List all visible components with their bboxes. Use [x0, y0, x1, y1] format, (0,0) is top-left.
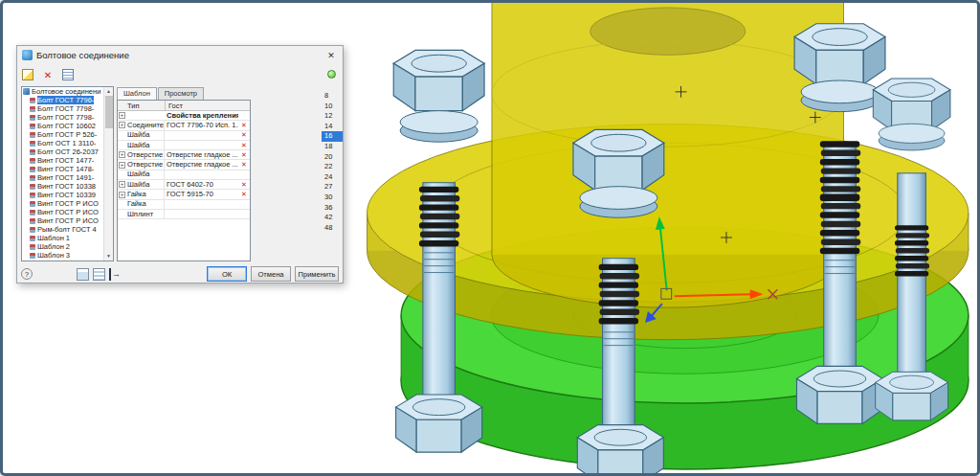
template-row[interactable]: +ОтверстиеОтверстие гладкое ...✕ [118, 150, 250, 160]
scrollbar-thumb[interactable] [105, 96, 113, 128]
diameter-option[interactable]: 30 [322, 193, 343, 203]
diameter-option[interactable]: 27 [322, 182, 343, 193]
row-gost-cell: ГОСТ 5915-70 [165, 190, 238, 199]
scroll-down-icon[interactable]: ▼ [104, 252, 113, 261]
library-icon[interactable] [77, 268, 89, 281]
template-row[interactable]: Шайба✕ [118, 141, 250, 150]
expand-icon[interactable]: + [119, 122, 125, 128]
row-type-cell: Шайба [126, 170, 165, 179]
remove-part-icon[interactable]: ✕ [238, 181, 250, 189]
tree-item-label: Шаблон 3 [37, 251, 70, 260]
cancel-button[interactable]: Отмена [251, 266, 291, 282]
row-gost-cell: Отверстие гладкое ... [165, 150, 238, 160]
tab-preview[interactable]: Просмотр [158, 87, 204, 100]
dialog-app-icon [22, 50, 33, 60]
tree-item[interactable]: Винт ГОСТ 10339 [22, 191, 103, 199]
tree-item[interactable]: Винт ГОСТ Р ИСО [22, 208, 103, 216]
ok-button[interactable]: ОК [207, 266, 247, 282]
remove-part-icon[interactable]: ✕ [238, 131, 250, 139]
diameter-option[interactable]: 24 [322, 172, 343, 183]
tree-item[interactable]: Болт ГОСТ Р 526- [22, 130, 103, 139]
tree-item[interactable]: Винт ГОСТ Р ИСО [22, 216, 103, 225]
template-row[interactable]: Шплинт [118, 210, 250, 219]
template-row[interactable]: Гайка [118, 200, 250, 210]
tree-item[interactable]: Болт ГОСТ 10602 [22, 122, 103, 130]
bolt-item-icon [30, 244, 35, 250]
dialog-footer: ? → ОК Отмена Применить [17, 264, 343, 283]
template-row[interactable]: +ГайкаГОСТ 5915-70✕ [118, 190, 250, 199]
edit-table-icon[interactable] [93, 268, 105, 281]
scroll-up-icon[interactable]: ▲ [104, 87, 113, 96]
tree-root[interactable]: Болтовое соединени [22, 87, 103, 96]
tree-item-label: Болт ОСТ 1 3110- [37, 139, 96, 147]
remove-part-icon[interactable]: ✕ [238, 151, 250, 159]
row-gost-cell: Свойства крепления [165, 111, 238, 121]
tree-item[interactable]: Болт ОСТ 26-2037 [22, 147, 103, 156]
diameter-option[interactable]: 10 [322, 102, 343, 112]
diameter-option[interactable]: 18 [322, 142, 343, 152]
tree-root-label: Болтовое соединени [32, 87, 100, 96]
expand-icon[interactable]: + [119, 151, 125, 158]
tree-item[interactable]: Шаблон 3 [22, 251, 103, 260]
help-icon[interactable]: ? [21, 268, 33, 280]
remove-part-icon[interactable]: ✕ [238, 142, 250, 149]
rename-template-button[interactable] [59, 67, 77, 83]
yellow-cylinder[interactable] [492, 3, 844, 307]
tree-scrollbar[interactable]: ▲ ▼ [103, 87, 113, 261]
templates-tree[interactable]: Болтовое соединени Болт ГОСТ 7796-Болт Г… [21, 86, 114, 261]
bolt-item-icon [30, 227, 35, 233]
diameter-option[interactable]: 42 [322, 213, 343, 223]
template-row[interactable]: +ШайбаГОСТ 6402-70✕ [118, 180, 250, 190]
template-row[interactable]: +Свойства крепления [118, 111, 250, 121]
expand-icon[interactable]: + [119, 112, 125, 119]
tree-item-label: Рым-болт ГОСТ 4 [37, 225, 97, 234]
apply-button[interactable]: Применить [295, 266, 339, 282]
tree-item[interactable]: Болт ГОСТ 7798- [22, 113, 103, 122]
new-template-button[interactable] [19, 67, 36, 83]
diameter-option[interactable]: 22 [322, 162, 343, 172]
diameter-list[interactable]: 810121416182022242730364248 [322, 91, 343, 233]
tree-item[interactable]: Винт ГОСТ Р ИСО [22, 199, 103, 208]
fastener-structure-table[interactable]: Тип Гост +Свойства крепления+Соединитель… [117, 100, 251, 261]
tree-item-label: Винт ГОСТ Р ИСО [37, 208, 99, 216]
expand-icon[interactable]: + [119, 162, 125, 169]
expand-icon[interactable]: + [119, 181, 125, 188]
remove-part-icon[interactable]: ✕ [238, 161, 250, 169]
tree-item[interactable]: Шаблон 2 [22, 242, 103, 251]
bolt-item-icon [30, 98, 35, 103]
remove-part-icon[interactable]: ✕ [238, 122, 250, 129]
tree-item-label: Винт ГОСТ Р ИСО [37, 216, 99, 225]
lamp-icon[interactable] [327, 70, 336, 79]
tree-item[interactable]: Винт ГОСТ 1491- [22, 173, 103, 182]
diameter-option[interactable]: 48 [322, 223, 343, 234]
expand-icon[interactable]: + [119, 192, 125, 198]
insert-arrow-icon[interactable]: → [109, 268, 124, 281]
diameter-option[interactable]: 8 [322, 91, 343, 102]
template-row[interactable]: Шайба [118, 170, 250, 180]
template-row[interactable]: +СоединительГОСТ 7796-70 Исп. 1...✕ [118, 121, 250, 130]
close-icon[interactable]: ✕ [324, 51, 338, 60]
tree-item[interactable]: Винт ГОСТ 1477- [22, 156, 103, 165]
tree-item[interactable]: Винт ГОСТ 10338 [22, 182, 103, 191]
diameter-option[interactable]: 12 [322, 111, 343, 122]
diameter-option[interactable]: 36 [322, 203, 343, 214]
bolt-item-icon [30, 106, 35, 112]
diameter-option[interactable]: 14 [322, 122, 343, 132]
tree-item[interactable]: Болт ГОСТ 7798- [22, 104, 103, 113]
row-type-cell: Отверстие [126, 150, 165, 160]
tab-template[interactable]: Шаблон [117, 87, 157, 100]
remove-part-icon[interactable]: ✕ [238, 191, 250, 198]
tree-item[interactable]: Шаблон 1 [22, 234, 103, 242]
tree-item[interactable]: Болт ОСТ 1 3110- [22, 139, 103, 147]
bolt-item-icon [30, 141, 35, 147]
template-row[interactable]: +ОтверстиеОтверстие гладкое ...✕ [118, 160, 250, 170]
dialog-titlebar[interactable]: Болтовое соединение ✕ [17, 46, 343, 64]
tree-item[interactable]: Рым-болт ГОСТ 4 [22, 225, 103, 234]
tree-item[interactable]: Болт ГОСТ 7796- [22, 96, 103, 104]
diameter-option[interactable]: 20 [322, 152, 343, 163]
diameter-option[interactable]: 16 [322, 131, 343, 142]
tree-item[interactable]: Винт ГОСТ 1478- [22, 165, 103, 173]
row-type-cell: Шайба [126, 130, 165, 140]
delete-template-button[interactable]: ✕ [39, 67, 56, 83]
template-row[interactable]: Шайба✕ [118, 131, 250, 141]
